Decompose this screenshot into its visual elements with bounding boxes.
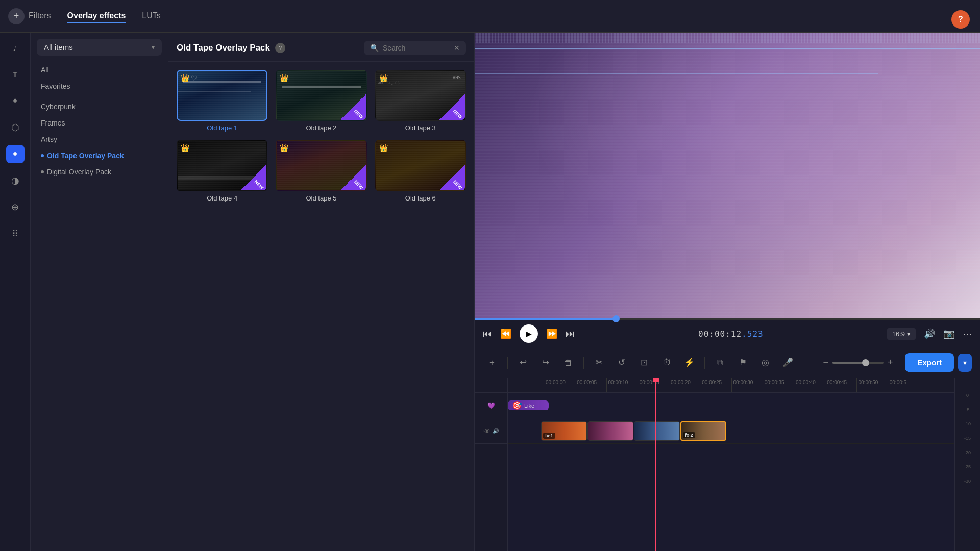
rotate-button[interactable]: ↺ — [612, 354, 631, 372]
sidebar-icon-clock[interactable]: ◑ — [6, 171, 24, 190]
sidebar-icon-overlay[interactable]: ✦ — [6, 145, 24, 163]
export-dropdown-button[interactable]: ▾ — [958, 354, 972, 372]
db-25: -25 — [964, 464, 971, 469]
effect-card-tape4[interactable]: 👑 NEW Old tape 4 — [177, 140, 267, 202]
video-progress-thumb[interactable] — [612, 315, 620, 322]
step-back-button[interactable]: ⏪ — [500, 328, 511, 339]
timer-button[interactable]: ⏱ — [657, 354, 676, 372]
video-clip-4[interactable]: fx·2 — [680, 421, 726, 441]
time-frac: .523 — [742, 329, 764, 339]
nav-favorites[interactable]: Favorites — [31, 78, 168, 94]
skip-to-start-button[interactable]: ⏮ — [483, 329, 492, 339]
flag-button[interactable]: ⚑ — [733, 354, 752, 372]
aspect-ratio-label: 16:9 — [892, 330, 905, 338]
overlay-clip[interactable]: 🎯 Like — [508, 400, 549, 410]
cut-button[interactable]: ✂ — [590, 354, 608, 372]
clip-label: Like — [524, 403, 534, 409]
effect-thumb-tape6[interactable]: 👑 NEW — [375, 140, 466, 191]
sidebar-icon-grid[interactable]: ⠿ — [6, 224, 24, 243]
stabilize-button[interactable]: ◎ — [756, 354, 774, 372]
crop-button[interactable]: ⊡ — [635, 354, 653, 372]
nav-digital[interactable]: Digital Overlay Pack — [31, 164, 168, 180]
active-bullet — [41, 154, 44, 157]
tab-filters[interactable]: Filters — [29, 9, 51, 23]
ruler-mark-6: 00:00:30 — [731, 378, 763, 392]
help-button[interactable]: ? — [951, 10, 970, 29]
crown-icon: 👑 — [181, 74, 189, 82]
all-items-dropdown[interactable]: All items ▾ — [37, 39, 162, 56]
aspect-dropdown-icon: ▾ — [907, 330, 911, 338]
step-forward-button[interactable]: ⏩ — [546, 328, 557, 339]
toolbar-separator-2 — [583, 357, 584, 369]
screenshot-button[interactable]: 📷 — [943, 328, 954, 339]
nav-all[interactable]: All — [31, 62, 168, 78]
add-button[interactable]: + — [8, 8, 24, 24]
sidebar-icon-effects[interactable]: ⬡ — [6, 118, 24, 137]
nav-tabs: Filters Overlay effects LUTs — [29, 9, 161, 23]
search-icon: 🔍 — [370, 44, 379, 52]
effect-card-tape6[interactable]: 👑 NEW Old tape 6 — [375, 140, 466, 202]
ruler-mark-11: 00:00:5 — [888, 378, 919, 392]
skip-to-end-button[interactable]: ⏭ — [566, 329, 575, 339]
nav-frames[interactable]: Frames — [31, 115, 168, 131]
ruler-mark-7: 00:00:35 — [763, 378, 794, 392]
effect-card-tape5[interactable]: 👑 NEW Old tape 5 — [276, 140, 366, 202]
sidebar-icon-sticker[interactable]: ✦ — [6, 92, 24, 110]
sidebar-icon-puzzle[interactable]: ⊕ — [6, 198, 24, 216]
overlay-track: 🎯 Like — [508, 393, 954, 418]
tab-luts[interactable]: LUTs — [142, 9, 160, 23]
pack-header: Old Tape Overlay Pack ? 🔍 ✕ — [168, 33, 474, 62]
heart-icon: ♡ — [191, 74, 198, 82]
video-clip-2[interactable] — [587, 421, 633, 441]
ruler-mark-9: 00:00:45 — [825, 378, 856, 392]
play-button[interactable]: ▶ — [520, 324, 538, 343]
clear-search-icon[interactable]: ✕ — [454, 44, 460, 52]
pack-bullet — [41, 170, 44, 173]
zoom-slider-fill — [832, 362, 863, 364]
playhead[interactable] — [655, 378, 656, 551]
equalizer-button[interactable]: ⚡ — [680, 354, 698, 372]
track-label-overlay: 💜 — [475, 393, 507, 418]
redo-button[interactable]: ↪ — [536, 354, 555, 372]
sidebar-icon-text[interactable]: T — [6, 65, 24, 84]
effect-thumb-tape3[interactable]: 👑 VHS AUG 31, 03 NEW — [375, 70, 466, 121]
delete-button[interactable]: 🗑 — [559, 354, 577, 372]
video-progress-bar[interactable] — [475, 318, 980, 320]
aspect-ratio-button[interactable]: 16:9 ▾ — [887, 328, 916, 340]
effect-label-tape1: Old tape 1 — [177, 124, 267, 132]
pack-help-icon[interactable]: ? — [275, 43, 285, 53]
effect-thumb-tape2[interactable]: 👑 NEW — [276, 70, 366, 121]
effect-card-tape2[interactable]: 👑 NEW Old tape 2 — [276, 70, 366, 132]
zoom-out-button[interactable]: − — [823, 357, 828, 368]
video-clip-1[interactable]: fx·1 — [541, 421, 587, 441]
effect-thumb-tape1[interactable]: 👑 ♡ — [177, 70, 267, 121]
effect-card-tape1[interactable]: 👑 ♡ Old tape 1 — [177, 70, 267, 132]
pip-button[interactable]: ⧉ — [711, 354, 729, 372]
mic-button[interactable]: 🎤 — [778, 354, 797, 372]
video-clip-3[interactable] — [634, 421, 680, 441]
search-input[interactable] — [383, 44, 450, 52]
undo-button[interactable]: ↩ — [514, 354, 532, 372]
nav-old-tape[interactable]: Old Tape Overlay Pack — [31, 147, 168, 164]
top-navigation: + Filters Overlay effects LUTs — [0, 0, 980, 33]
effect-label-tape5: Old tape 5 — [276, 194, 366, 202]
crown-icon: 👑 — [181, 144, 189, 152]
volume-button[interactable]: 🔊 — [924, 328, 935, 339]
ruler-mark-5: 00:00:25 — [700, 378, 731, 392]
zoom-slider-thumb[interactable] — [862, 359, 869, 366]
nav-cyberpunk[interactable]: Cyberpunk — [31, 98, 168, 115]
zoom-in-button[interactable]: + — [888, 357, 893, 368]
effect-card-tape3[interactable]: 👑 VHS AUG 31, 03 NEW Old tape 3 — [375, 70, 466, 132]
more-options-button[interactable]: ⋯ — [963, 328, 972, 339]
effect-thumb-tape4[interactable]: 👑 NEW — [177, 140, 267, 191]
zoom-slider[interactable] — [832, 362, 884, 364]
export-button[interactable]: Export — [905, 353, 954, 372]
effect-thumb-tape5[interactable]: 👑 NEW — [276, 140, 366, 191]
fx-badge-1: fx·1 — [543, 433, 555, 439]
sidebar-icon-music[interactable]: ♪ — [6, 39, 24, 57]
tab-overlay-effects[interactable]: Overlay effects — [67, 9, 126, 23]
video-clips: fx·1 fx·2 — [541, 421, 726, 441]
add-track-button[interactable]: + — [483, 354, 501, 372]
db-0: 0 — [966, 393, 969, 398]
nav-artsy[interactable]: Artsy — [31, 131, 168, 147]
